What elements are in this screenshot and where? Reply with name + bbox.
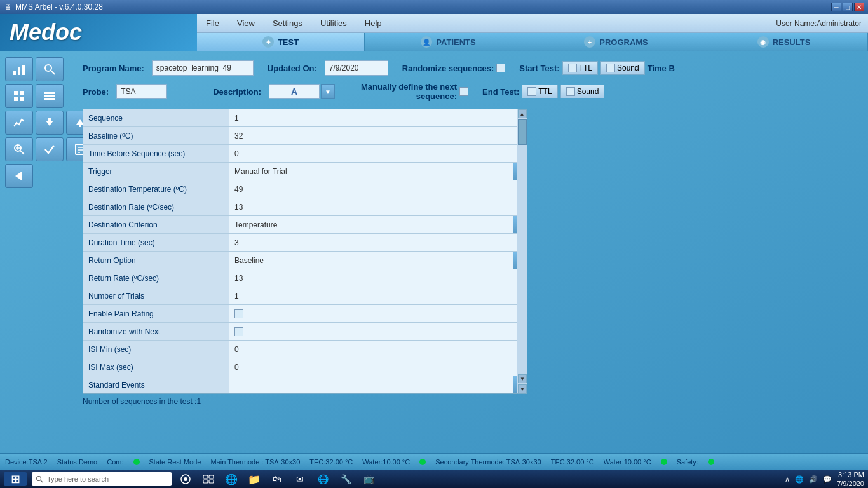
sequence-row: Duration Time (sec)3 (83, 234, 527, 252)
end-sound-button[interactable]: Sound (560, 85, 605, 98)
svg-rect-5 (14, 91, 18, 95)
taskbar-mail-icon[interactable]: ✉ (291, 472, 309, 486)
taskbar-chevron-icon[interactable]: ∧ (785, 475, 790, 484)
taskbar-file-icon[interactable]: 📁 (245, 472, 263, 486)
taskbar-ie-icon[interactable]: 🌐 (222, 472, 240, 486)
randomize-checkbox[interactable] (496, 64, 505, 72)
programs-icon: + (584, 36, 595, 48)
menu-help[interactable]: Help (362, 17, 384, 29)
updated-date-input[interactable] (325, 60, 388, 76)
seq-label-2: Time Before Sequence (sec) (83, 145, 229, 162)
seq-label-1: Baseline (ºC) (83, 127, 229, 144)
taskbar-notification-icon[interactable]: 💬 (823, 475, 832, 484)
end-sound-label: Sound (577, 87, 599, 96)
start-ttl-checkbox[interactable] (568, 64, 577, 72)
end-ttl-checkbox[interactable] (527, 87, 536, 96)
seq-val-6: Temperature (229, 216, 513, 233)
water-label: Water:10.00 °C (362, 458, 410, 466)
taskbar: ⊞ Type here to search 🌐 📁 🛍 ✉ 🌐 🔧 📺 ∧ 🌐 … (0, 470, 868, 488)
taskbar-tool-icon[interactable]: 🔧 (337, 472, 355, 486)
program-name-input[interactable] (152, 60, 254, 76)
manually-checkbox[interactable] (459, 87, 468, 96)
logo-text: Medoc (10, 19, 82, 46)
sequence-row: Time Before Sequence (sec)0 (83, 145, 527, 163)
taskbar-media-icon[interactable]: 📺 (360, 472, 377, 486)
user-name: User Name:Administrator (776, 19, 862, 28)
probe-input[interactable] (116, 84, 167, 99)
menu-view[interactable]: View (234, 17, 257, 29)
tab-patients[interactable]: 👤 PATIENTS (365, 33, 532, 51)
com-indicator (133, 459, 140, 465)
svg-rect-32 (209, 480, 214, 483)
seq-dropdown-6: Temperature▼ (229, 216, 527, 233)
app-title: MMS Arbel - v.6.4.0.30.28 (15, 3, 103, 11)
down-button[interactable] (36, 111, 64, 135)
com-label: Com: (107, 458, 123, 466)
taskbar-task-view-icon[interactable] (200, 472, 217, 486)
svg-rect-11 (44, 98, 55, 100)
sequence-row: Return Rate (ºC/sec)13 (83, 269, 527, 287)
start-sound-button[interactable]: Sound (600, 61, 645, 75)
maximize-btn[interactable]: □ (843, 3, 853, 11)
taskbar-date-value: 7/9/2020 (837, 479, 864, 488)
seq-val-14: 0 (229, 358, 527, 376)
seq-label-6: Destination Criterion (83, 216, 229, 233)
tab-programs[interactable]: + PROGRAMS (532, 33, 700, 51)
description-display[interactable]: A (269, 84, 320, 99)
description-input-wrap: A ▼ (269, 84, 335, 99)
minimize-btn[interactable]: ─ (831, 3, 841, 11)
description-dropdown-btn[interactable]: ▼ (321, 84, 335, 99)
graph-button[interactable] (5, 111, 33, 135)
svg-rect-1 (18, 67, 20, 75)
start-sound-checkbox[interactable] (606, 64, 615, 72)
seq-val-15 (229, 376, 513, 393)
menu-utilities[interactable]: Utilities (318, 17, 349, 29)
start-menu-button[interactable]: ⊞ (4, 472, 27, 486)
svg-rect-0 (13, 71, 16, 75)
tab-results[interactable]: ◉ RESULTS (700, 33, 868, 51)
logo-area: Medoc (0, 14, 197, 51)
tab-results-label: RESULTS (773, 37, 811, 47)
sequence-row: Standard Events▼ (83, 376, 527, 393)
scroll-bottom-arrow[interactable]: ▼ (518, 384, 527, 393)
taskbar-network-icon[interactable]: 🌐 (795, 475, 804, 484)
scroll-thumb[interactable] (518, 119, 527, 145)
check-button[interactable] (36, 137, 64, 161)
patients-icon: 👤 (421, 36, 432, 48)
water-indicator (419, 459, 426, 465)
search-bar[interactable]: Type here to search (32, 472, 172, 486)
scroll-up-arrow[interactable]: ▲ (518, 109, 527, 118)
scroll-down-arrow[interactable]: ▼ (518, 374, 527, 383)
updated-on-label: Updated On: (268, 64, 317, 73)
back-button[interactable] (5, 164, 33, 188)
enable-pain-checkbox[interactable] (234, 309, 243, 318)
seq-val-7: 3 (229, 234, 527, 251)
sequence-row: Destination Rate (ºC/sec)13 (83, 198, 527, 216)
search-button[interactable] (36, 57, 64, 81)
start-ttl-button[interactable]: TTL (562, 61, 598, 75)
list-button[interactable] (36, 84, 64, 108)
tec-label: TEC:32.00 °C (309, 458, 353, 466)
randomize-next-checkbox[interactable] (234, 327, 243, 336)
zoom-button[interactable] (5, 137, 33, 161)
window-controls[interactable]: ─ □ ✕ (831, 3, 864, 11)
end-ttl-button[interactable]: TTL (522, 85, 557, 98)
seq-label-12: Randomize with Next (83, 323, 229, 340)
close-btn[interactable]: ✕ (854, 3, 864, 11)
main-thermode-label: Main Thermode : TSA-30x30 (210, 458, 300, 466)
water2-label: Water:10.00 °C (604, 458, 651, 466)
seq-val-9: 13 (229, 269, 527, 287)
svg-line-26 (41, 480, 43, 482)
seq-label-9: Return Rate (ºC/sec) (83, 269, 229, 287)
menu-file[interactable]: File (203, 17, 222, 29)
chart-button[interactable] (5, 57, 33, 81)
taskbar-cortana-icon[interactable] (177, 472, 194, 486)
sequence-scrollbar[interactable]: ▲ ▼ ▼ (517, 109, 527, 393)
taskbar-volume-icon[interactable]: 🔊 (809, 475, 818, 484)
end-sound-checkbox[interactable] (566, 87, 575, 96)
taskbar-browser-icon[interactable]: 🌐 (314, 472, 332, 486)
menu-settings[interactable]: Settings (270, 17, 305, 29)
taskbar-store-icon[interactable]: 🛍 (268, 472, 286, 486)
tab-test[interactable]: ✦ TEST (197, 33, 365, 51)
block-button[interactable] (5, 84, 33, 108)
